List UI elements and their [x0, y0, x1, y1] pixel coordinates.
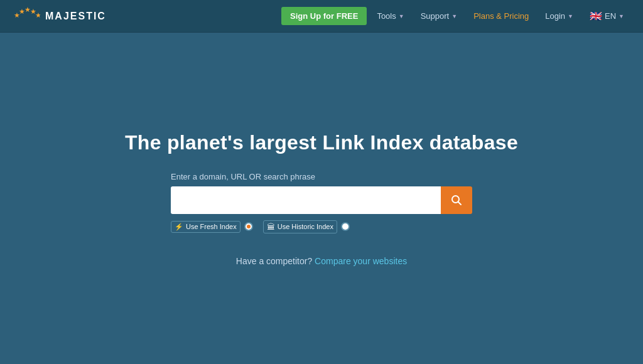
- header: ★ ★ ★ ★ ★ MAJESTIC Sign Up for FREE Tool…: [0, 0, 643, 33]
- search-row: [171, 186, 472, 214]
- search-label: Enter a domain, URL OR search phrase: [171, 172, 315, 181]
- search-container: Enter a domain, URL OR search phrase ⚡ U…: [171, 172, 472, 233]
- historic-index-radio[interactable]: [341, 222, 350, 231]
- flag-icon: 🇬🇧: [590, 10, 602, 22]
- logo-text: MAJESTIC: [45, 11, 106, 22]
- login-chevron-icon: ▼: [568, 13, 573, 19]
- header-nav: Sign Up for FREE Tools ▼ Support ▼ Plans…: [281, 6, 630, 26]
- svg-text:★: ★: [35, 11, 40, 19]
- lang-chevron-icon: ▼: [619, 13, 624, 19]
- search-button[interactable]: [441, 186, 472, 214]
- competitor-section: Have a competitor? Compare your websites: [236, 256, 407, 266]
- search-icon: [451, 195, 462, 206]
- page-headline: The planet's largest Link Index database: [125, 131, 518, 154]
- svg-line-6: [458, 201, 462, 205]
- nav-tools[interactable]: Tools ▼: [370, 8, 410, 24]
- tools-chevron-icon: ▼: [399, 13, 404, 19]
- historic-index-badge: 🏛 Use Historic Index: [263, 220, 337, 233]
- historic-index-option[interactable]: 🏛 Use Historic Index: [263, 220, 350, 233]
- fresh-index-option[interactable]: ⚡ Use Fresh Index: [171, 221, 253, 233]
- search-input[interactable]: [171, 186, 441, 214]
- support-chevron-icon: ▼: [451, 13, 457, 19]
- nav-login[interactable]: Login ▼: [539, 8, 580, 24]
- fresh-index-badge: ⚡ Use Fresh Index: [171, 221, 240, 233]
- main-content: The planet's largest Link Index database…: [0, 33, 643, 364]
- compare-websites-link[interactable]: Compare your websites: [315, 256, 407, 266]
- lightning-icon: ⚡: [175, 223, 183, 231]
- index-options: ⚡ Use Fresh Index 🏛 Use Historic Index: [171, 220, 350, 233]
- nav-plans[interactable]: Plans & Pricing: [467, 8, 535, 24]
- building-icon: 🏛: [267, 222, 275, 232]
- signup-button[interactable]: Sign Up for FREE: [281, 7, 367, 25]
- logo-area: ★ ★ ★ ★ ★ MAJESTIC: [13, 6, 106, 26]
- fresh-index-radio[interactable]: [244, 222, 253, 231]
- logo-icon: ★ ★ ★ ★ ★: [13, 6, 40, 26]
- nav-support[interactable]: Support ▼: [414, 8, 463, 24]
- nav-lang[interactable]: 🇬🇧 EN ▼: [583, 6, 630, 26]
